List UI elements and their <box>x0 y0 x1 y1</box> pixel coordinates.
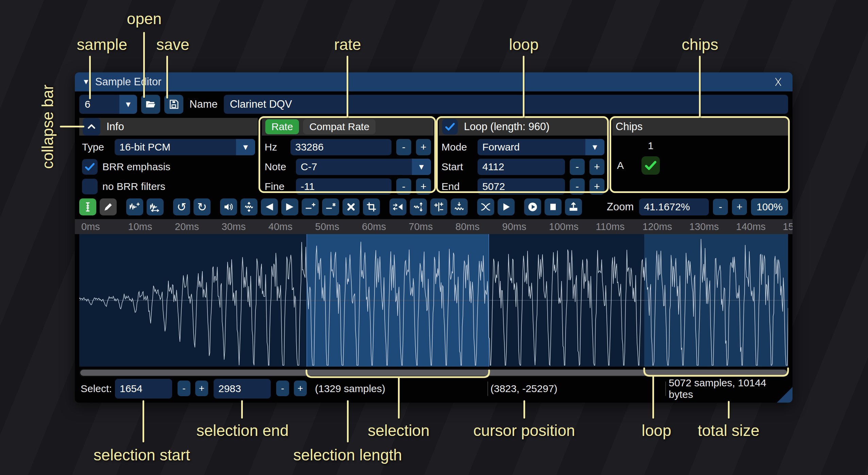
selection-end-input[interactable] <box>214 379 271 399</box>
ruler-tick: 0ms <box>81 221 100 232</box>
scrollbar-thumb[interactable] <box>80 370 787 376</box>
filter-icon[interactable] <box>451 198 468 215</box>
ruler-tick: 110ms <box>596 221 625 232</box>
fine-minus-button[interactable]: - <box>396 178 411 195</box>
name-label: Name <box>187 98 220 110</box>
stop-icon[interactable] <box>545 198 562 215</box>
folder-open-icon <box>145 99 156 110</box>
loop-start-input[interactable] <box>478 159 565 175</box>
hz-minus-button[interactable]: - <box>396 139 411 155</box>
callout-line-chips <box>699 56 701 118</box>
callout-line-total-size <box>728 401 730 419</box>
signed-unsigned-icon[interactable] <box>430 198 447 215</box>
close-icon[interactable] <box>771 75 785 89</box>
tab-compat-rate[interactable]: Compat Rate <box>303 119 375 134</box>
resize-grip[interactable] <box>777 387 792 403</box>
zoom-reset-button[interactable]: 100% <box>751 198 788 215</box>
info-panel-header: Info <box>79 118 258 136</box>
apply-silence-icon[interactable] <box>322 198 339 215</box>
redo-icon[interactable]: ↻ <box>194 198 211 215</box>
ruler-tick: 70ms <box>409 221 433 232</box>
collapse-bar-button[interactable] <box>83 118 100 136</box>
time-ruler[interactable]: 0ms10ms20ms30ms40ms50ms60ms70ms80ms90ms1… <box>75 219 792 234</box>
selection-start-plus-button[interactable]: + <box>195 381 208 396</box>
fade-out-icon[interactable] <box>261 198 278 215</box>
ruler-tick: 20ms <box>175 221 199 232</box>
sample-number-value: 6 <box>79 95 119 114</box>
callout-line-sample <box>89 56 91 99</box>
loop-enable-checkbox[interactable] <box>442 119 458 135</box>
selection-start-input[interactable] <box>115 379 172 399</box>
loop-end-input[interactable] <box>478 178 565 195</box>
name-input[interactable] <box>224 95 788 114</box>
sample-number-select[interactable]: 6 ▼ <box>79 95 137 114</box>
delete-icon[interactable] <box>343 198 360 215</box>
preview-icon[interactable] <box>498 198 515 215</box>
resize-icon[interactable] <box>126 198 143 215</box>
loop-header-label: Loop (length: 960) <box>464 121 550 133</box>
chips-header-label: Chips <box>616 121 642 133</box>
status-separator <box>665 382 666 396</box>
hz-plus-button[interactable]: + <box>416 139 431 155</box>
zoom-input[interactable] <box>639 198 709 215</box>
trim-icon[interactable] <box>363 198 380 215</box>
chips-column-header: 1 <box>641 140 660 152</box>
brr-emphasis-checkbox[interactable] <box>82 159 98 175</box>
window-titlebar[interactable]: ▼ Sample Editor <box>75 72 792 91</box>
loop-end-minus-button[interactable]: - <box>570 178 585 195</box>
normalize-icon[interactable] <box>240 198 257 215</box>
fade-in-icon[interactable] <box>281 198 298 215</box>
note-select[interactable]: C-7 ▼ <box>296 159 431 175</box>
waveform-plot <box>79 234 788 367</box>
reverse-icon[interactable] <box>389 198 406 215</box>
loop-start-plus-button[interactable]: + <box>589 159 604 175</box>
loop-start-label: Start <box>441 161 473 173</box>
selection-start-minus-button[interactable]: - <box>178 381 190 396</box>
annotation-rate: rate <box>334 35 361 54</box>
zoom-in-button[interactable]: + <box>732 199 747 215</box>
loop-end-plus-button[interactable]: + <box>589 178 604 195</box>
chevron-down-icon: ▼ <box>236 139 255 155</box>
loop-mode-label: Mode <box>441 141 473 153</box>
loop-mode-select[interactable]: Forward ▼ <box>478 139 604 155</box>
export-icon[interactable] <box>565 198 582 215</box>
selection-end-plus-button[interactable]: + <box>294 381 307 396</box>
annotation-loop-bottom: loop <box>642 421 671 440</box>
check-icon <box>84 161 96 173</box>
insert-silence-icon[interactable] <box>302 198 319 215</box>
tab-rate[interactable]: Rate <box>265 119 299 134</box>
callout-line-selection-length <box>347 400 349 442</box>
crossfade-icon[interactable] <box>477 198 494 215</box>
type-select[interactable]: 16-bit PCM ▼ <box>115 139 255 155</box>
edit-cursor-icon[interactable] <box>79 198 96 215</box>
amplify-icon[interactable] <box>220 198 237 215</box>
zoom-cluster: Zoom - + 100% <box>607 198 788 215</box>
selection-end-minus-button[interactable]: - <box>276 381 289 396</box>
chip-row-label: A <box>617 160 637 171</box>
resample-icon[interactable] <box>147 198 164 215</box>
window-collapse-icon[interactable]: ▼ <box>82 77 90 86</box>
fine-plus-button[interactable]: + <box>416 178 431 195</box>
fine-input[interactable] <box>296 178 391 195</box>
no-brr-filters-checkbox[interactable] <box>82 179 98 194</box>
zoom-out-button[interactable]: - <box>713 199 728 215</box>
waveform-scrollbar[interactable] <box>79 369 788 377</box>
loop-start-minus-button[interactable]: - <box>570 159 585 175</box>
hz-input[interactable] <box>290 139 391 155</box>
selection-length-text: (1329 samples) <box>315 379 385 399</box>
draw-pencil-icon[interactable] <box>100 198 117 215</box>
play-icon[interactable] <box>524 198 541 215</box>
ruler-tick: 40ms <box>268 221 293 232</box>
invert-icon[interactable] <box>410 198 427 215</box>
annotation-selection-end: selection end <box>196 421 288 440</box>
chips-panel-header: Chips <box>612 118 788 136</box>
rate-panel: Rate Compat Rate Hz - + Note C-7 ▼ <box>262 118 434 192</box>
chip-enable-toggle[interactable] <box>641 156 660 175</box>
loop-panel-header: Loop (length: 960) <box>439 118 607 136</box>
waveform-view[interactable] <box>79 234 788 367</box>
undo-icon[interactable]: ↺ <box>173 198 190 215</box>
ruler-tick: 120ms <box>642 221 672 232</box>
screenshot-stage: ▼ Sample Editor 6 ▼ Name <box>0 0 868 475</box>
no-brr-filters-label: no BRR filters <box>102 181 165 192</box>
sample-toolbar: ↺↻ Zoom - + 100% <box>75 196 792 218</box>
